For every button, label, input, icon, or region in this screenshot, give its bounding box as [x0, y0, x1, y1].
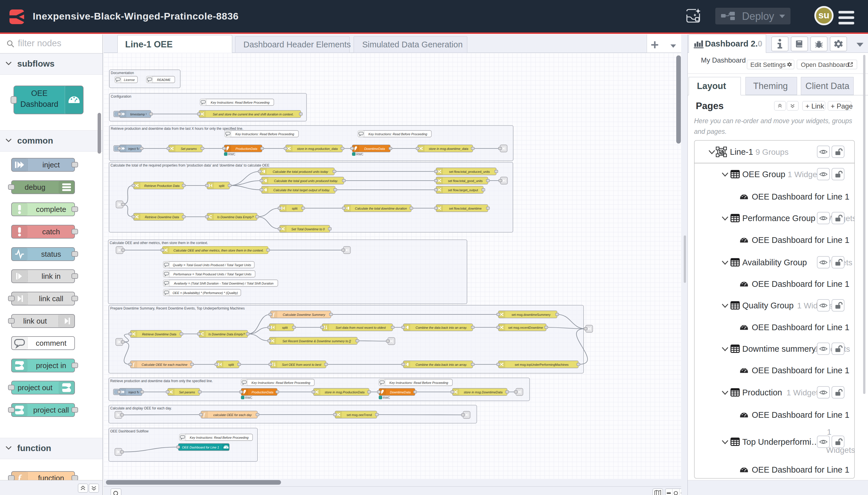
svg-text:OEE Dashboard Subflow: OEE Dashboard Subflow — [110, 429, 149, 433]
svg-text:link in: link in — [41, 272, 60, 280]
svg-text:set flow.target_output: set flow.target_output — [448, 188, 478, 192]
svg-text:Calculate the total downtime d: Calculate the total downtime duration — [355, 207, 407, 210]
svg-text:License: License — [124, 78, 135, 82]
svg-text:project call: project call — [33, 406, 69, 414]
svg-text:README: README — [157, 78, 171, 82]
svg-text:Key Instructions: Read Before: Key Instructions: Read Before Proceeding — [368, 132, 428, 136]
svg-text:Calculate the total of the req: Calculate the total of the required prop… — [110, 164, 269, 167]
svg-text:Prepare Downtime Summary, Rece: Prepare Downtime Summary, Recent Downtim… — [110, 306, 245, 310]
svg-text:comment: comment — [36, 339, 67, 347]
svg-text:OEE Group: OEE Group — [742, 170, 785, 179]
svg-text:Downtime summery: Downtime summery — [742, 344, 816, 354]
svg-text:split: split — [282, 326, 288, 329]
svg-text:Calculate the total target out: Calculate the total target output of tod… — [273, 188, 330, 192]
svg-text:set flow.total_produced_units: set flow.total_produced_units — [449, 170, 490, 173]
svg-text:Availability Group: Availability Group — [742, 258, 807, 267]
svg-text:inject ↻: inject ↻ — [128, 147, 139, 151]
svg-text:set flow.total_good_units: set flow.total_good_units — [448, 179, 483, 183]
svg-text:split: split — [219, 184, 224, 187]
svg-text:store in msg.DowntimeData: store in msg.DowntimeData — [464, 391, 502, 394]
svg-text:Performance Group: Performance Group — [742, 214, 815, 223]
svg-text:set msg.topUnderPerformingMach: set msg.topUnderPerformingMachines — [515, 363, 569, 366]
svg-text:Calculate and display OEE for: Calculate and display OEE for each day. — [110, 406, 172, 410]
svg-text:OEE Dashboard for Line 1: OEE Dashboard for Line 1 — [752, 323, 849, 332]
svg-text:catch: catch — [42, 227, 60, 236]
svg-text:Line-1: Line-1 — [730, 147, 753, 156]
svg-text:Quality = Total Good Units Pro: Quality = Total Good Units Produced / To… — [173, 263, 251, 267]
svg-text:Key Instructions: Read Before: Key Instructions: Read Before Proceeding — [236, 132, 295, 136]
svg-text:1 Widgets: 1 Widgets — [786, 388, 822, 397]
svg-text:Combine the data back into an: Combine the data back into an array. — [416, 326, 467, 329]
svg-text:OEE Dashboard for Line 1: OEE Dashboard for Line 1 — [752, 366, 849, 375]
svg-text:OEE Dashboard for Line 1: OEE Dashboard for Line 1 — [752, 192, 849, 201]
svg-text:Calculate the total good units: Calculate the total good units produced … — [274, 179, 338, 183]
svg-text:Set and store the current line: Set and store the current line and shift… — [213, 113, 294, 116]
svg-text:ProductionData: ProductionData — [236, 147, 258, 151]
svg-text:OEE Dashboard for Line 1: OEE Dashboard for Line 1 — [752, 236, 849, 245]
svg-text:RWC: RWC — [383, 396, 390, 399]
svg-text:Is Downtime Data Empty?: Is Downtime Data Empty? — [217, 215, 254, 219]
svg-text:Calculate the total produced u: Calculate the total produced units today — [273, 170, 329, 173]
svg-text:Is Downtime Data Empty?: Is Downtime Data Empty? — [208, 332, 245, 336]
svg-text:Sort OEE from worst to best: Sort OEE from worst to best — [282, 363, 322, 366]
svg-text:complete: complete — [36, 205, 66, 214]
svg-text:Retrieve production and downti: Retrieve production and downtime data fr… — [110, 379, 213, 383]
svg-text:Calculate OEE for each machine: Calculate OEE for each machine — [141, 363, 188, 366]
svg-text:Set params: Set params — [180, 147, 197, 151]
svg-text:Key Instructions: Read Before: Key Instructions: Read Before Proceeding — [389, 381, 449, 385]
svg-text:Documentation: Documentation — [111, 71, 134, 75]
svg-text:timestamp ¹: timestamp ¹ — [130, 113, 147, 116]
svg-text:set msg.downtimeSummery: set msg.downtimeSummery — [511, 313, 551, 317]
svg-text:Set Recent Downtime & Downtime: Set Recent Downtime & Downtime summery t… — [282, 339, 351, 343]
svg-text:Top Underperformi…: Top Underperformi… — [742, 437, 819, 446]
svg-text:9 Groups: 9 Groups — [756, 148, 788, 156]
svg-text:project in: project in — [36, 361, 66, 370]
svg-text:status: status — [41, 250, 61, 258]
svg-text:Key Instructions: Read Before: Key Instructions: Read Before Proceeding — [211, 101, 270, 104]
svg-text:ProductionData: ProductionData — [252, 391, 274, 394]
svg-text:Performance = Total Produced U: Performance = Total Produced Units / Tot… — [173, 272, 251, 276]
svg-text:Quality Group: Quality Group — [742, 301, 794, 310]
svg-text:Retrieve Production Data: Retrieve Production Data — [144, 184, 180, 187]
svg-text:Sort data from most recent to: Sort data from most recent to oldest — [335, 326, 386, 329]
svg-text:Retrieve production and downti: Retrieve production and downtime data fr… — [111, 126, 243, 131]
svg-text:Calculate OEE and other metric: Calculate OEE and other metrics, then st… — [173, 249, 263, 252]
svg-text:Set Total Downtime to 0: Set Total Downtime to 0 — [291, 227, 325, 231]
svg-text:set msg.oeeTrend: set msg.oeeTrend — [346, 413, 372, 416]
svg-text:link out: link out — [23, 317, 47, 325]
svg-text:Key Instructions: Read Before: Key Instructions: Read Before Proceeding — [251, 381, 311, 385]
svg-text:DowntimeData: DowntimeData — [390, 391, 411, 394]
svg-text:OEE Dashboard for Line 1: OEE Dashboard for Line 1 — [752, 410, 849, 420]
svg-text:store in msg.ProductionData: store in msg.ProductionData — [325, 391, 365, 394]
svg-text:Set params: Set params — [179, 391, 195, 394]
svg-text:inject: inject — [42, 160, 60, 169]
svg-text:Retrieve Downtime Data: Retrieve Downtime Data — [142, 332, 176, 336]
svg-text:OEE Dashboard for Line 1: OEE Dashboard for Line 1 — [182, 446, 219, 449]
svg-text:RWC: RWC — [356, 152, 363, 156]
svg-text:set msg.recentDowntime: set msg.recentDowntime — [508, 326, 543, 329]
svg-text:OEE Dashboard for Line 1: OEE Dashboard for Line 1 — [752, 465, 849, 474]
svg-text:Production: Production — [742, 388, 782, 397]
svg-text:debug: debug — [25, 183, 45, 191]
svg-text:Calculate OEE and other metric: Calculate OEE and other metrics, then st… — [110, 241, 208, 245]
svg-text:OEE: OEE — [31, 89, 47, 98]
svg-text:project out: project out — [18, 383, 53, 392]
svg-text:link call: link call — [39, 294, 63, 303]
svg-text:Configuration: Configuration — [111, 95, 131, 99]
svg-text:Retrieve Downtime Data: Retrieve Downtime Data — [145, 215, 179, 219]
svg-text:DowntimeData: DowntimeData — [364, 147, 385, 151]
svg-text:split: split — [292, 207, 298, 210]
svg-text:inject ↻: inject ↻ — [128, 391, 139, 394]
svg-text:Availavity = (Total Shift Dura: Availavity = (Total Shift Duration - Tot… — [174, 282, 274, 285]
svg-text:1: 1 — [827, 428, 832, 437]
svg-text:calculate OEE for each day: calculate OEE for each day — [213, 413, 252, 416]
svg-text:Key Instructions: Read Before: Key Instructions: Read Before Proceeding — [190, 436, 249, 439]
svg-text:split: split — [228, 363, 234, 366]
svg-text:store in msg.downtime_data: store in msg.downtime_data — [429, 147, 468, 151]
svg-text:OEE = (Availability) * (Perfor: OEE = (Availability) * (Performance) * (… — [173, 291, 238, 295]
svg-text:set flow.total_downtime: set flow.total_downtime — [449, 207, 482, 210]
svg-text:Calculate Downtime Summery: Calculate Downtime Summery — [283, 313, 326, 317]
svg-text:Dashboard: Dashboard — [20, 100, 58, 108]
svg-text:RWC: RWC — [245, 396, 252, 399]
svg-text:Combine the data back into an: Combine the data back into an array. — [416, 363, 467, 366]
